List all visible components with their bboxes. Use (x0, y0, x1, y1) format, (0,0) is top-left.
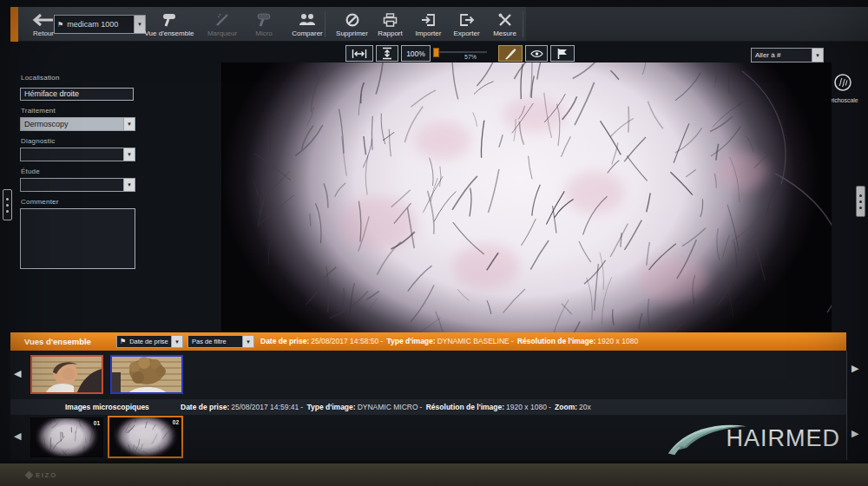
app-window: Retour ⚑ medicam 1000 ▼ Vue d'ensemble (0, 0, 868, 486)
flag-tool-button[interactable] (550, 45, 575, 62)
zoom-slider-track[interactable] (435, 51, 487, 54)
sort-dropdown-arrow-icon[interactable]: ▼ (171, 336, 182, 347)
device-dropdown[interactable]: ⚑ medicam 1000 ▼ (54, 15, 146, 34)
delete-icon (345, 12, 359, 28)
etude-label: Étude (21, 167, 135, 175)
overview-section-bar: Vues d'ensemble ⚑ Date de prise ▼ Pas de… (10, 332, 846, 351)
micro-prev-arrow[interactable]: ◀ (14, 431, 21, 441)
zoom-100-button[interactable]: 100% (401, 45, 431, 62)
measure-button[interactable]: Mesure (486, 9, 523, 40)
measure-label: Mesure (493, 30, 516, 37)
import-label: Importer (416, 30, 442, 37)
goto-image-dropdown[interactable]: Aller à # ▼ (751, 48, 824, 62)
accent-bar (10, 7, 18, 42)
filter-dropdown[interactable]: Pas de filtre ▼ (187, 335, 254, 348)
overview-prev-arrow[interactable]: ◀ (14, 369, 21, 378)
traitement-label: Traitement (21, 107, 135, 115)
sort-flag-icon: ⚑ (117, 338, 126, 345)
export-button[interactable]: Exporter (448, 9, 485, 40)
micro-thumb-hairs-1 (31, 418, 102, 456)
zoom-slider-handle[interactable] (433, 48, 439, 57)
device-flag-icon: ⚑ (55, 21, 63, 29)
marker-module-button[interactable]: Marqueur (201, 9, 243, 40)
zoom-slider[interactable]: 57% (433, 45, 489, 62)
overview-image-info: Date de prise:25/08/2017 14:58:50- Type … (260, 337, 640, 345)
visibility-button[interactable] (525, 45, 548, 62)
filter-dropdown-value: Pas de filtre (188, 338, 242, 345)
micro-next-arrow[interactable]: ▶ (852, 429, 858, 438)
micro-image-info: Date de prise:25/08/2017 14:59:41- Type … (181, 403, 593, 411)
traitement-arrow-icon[interactable]: ▼ (123, 118, 135, 130)
action-buttons: Supprimer Rapport Importer (333, 9, 523, 40)
diagnostic-select[interactable]: ▼ (20, 148, 135, 161)
report-button[interactable]: Rapport (372, 9, 409, 40)
delete-button[interactable]: Supprimer (333, 9, 371, 40)
hairmed-logo-text: HAIRMED (726, 425, 840, 452)
goto-dropdown-arrow-icon[interactable]: ▼ (812, 49, 823, 62)
overview-thumbnail-strip: ◀ (10, 351, 846, 399)
fit-width-button[interactable] (345, 45, 373, 62)
overview-next-arrow[interactable]: ▶ (852, 364, 858, 373)
etude-select[interactable]: ▼ (20, 178, 135, 192)
right-panel-handle[interactable] (856, 186, 865, 217)
flag-icon (556, 48, 569, 60)
overview-thumbnail-2[interactable] (110, 355, 183, 394)
micro-thumbnail-1[interactable]: 01 (30, 417, 103, 457)
microscope-image-canvas[interactable] (221, 62, 832, 332)
eye-icon (530, 49, 543, 58)
overview-thumbnail-1[interactable] (30, 355, 103, 394)
hairmed-logo: HAIRMED (667, 417, 840, 459)
overview-section-title: Vues d'ensemble (24, 337, 91, 346)
etude-arrow-icon[interactable]: ▼ (123, 179, 135, 191)
commenter-textarea[interactable] (20, 208, 135, 269)
compare-people-icon (299, 12, 316, 28)
fit-height-icon (382, 47, 392, 60)
trichoscale-icon (833, 73, 852, 92)
sort-dropdown-value: Date de prise (126, 338, 171, 345)
micro-thumbnail-2-number: 02 (173, 419, 179, 425)
micro-module-button[interactable]: Micro (247, 9, 281, 40)
sort-dropdown[interactable]: ⚑ Date de prise ▼ (116, 335, 183, 348)
localisation-input[interactable] (20, 88, 134, 101)
view-controls: 100% 57% (345, 44, 575, 62)
back-label: Retour (33, 30, 54, 37)
micro-module-label: Micro (255, 30, 273, 37)
monitor-bezel: EIZO (0, 462, 868, 486)
traitement-value: Dermoscopy (21, 120, 123, 128)
micro-section-bar: Images microscopiques Date de prise:25/0… (10, 399, 846, 415)
micro-thumbnail-2[interactable]: 02 (108, 416, 183, 458)
filter-dropdown-arrow-icon[interactable]: ▼ (242, 336, 253, 347)
goto-dropdown-value: Aller à # (752, 51, 812, 59)
traitement-select[interactable]: Dermoscopy ▼ (20, 117, 135, 131)
import-button[interactable]: Importer (410, 9, 447, 40)
toolbar-separator (325, 11, 326, 37)
printer-icon (383, 12, 398, 28)
eizo-diamond-icon (25, 471, 34, 480)
module-buttons: Vue d'ensemble Marqueur Micro (141, 9, 330, 40)
hair-strands-overlay (221, 62, 832, 332)
delete-label: Supprimer (336, 30, 368, 37)
diagnostic-arrow-icon[interactable]: ▼ (123, 148, 135, 161)
diagnostic-label: Diagnostic (21, 137, 135, 145)
import-icon (421, 12, 436, 28)
patient-form: Localisation Traitement Dermoscopy ▼ Dia… (20, 68, 135, 273)
annotate-brush-button[interactable] (498, 45, 523, 62)
micro-thumb-hairs-2 (109, 417, 181, 456)
compare-button[interactable]: Comparer (285, 9, 330, 40)
screen-background: Retour ⚑ medicam 1000 ▼ Vue d'ensemble (0, 0, 868, 462)
marker-module-label: Marqueur (207, 30, 237, 37)
dermatoscope-icon (161, 12, 177, 28)
device-dropdown-value: medicam 1000 (63, 20, 134, 29)
left-panel-handle[interactable] (3, 189, 12, 220)
face-photo-1 (32, 357, 102, 392)
eizo-brand-text: EIZO (36, 471, 57, 479)
toolbar-empty-area (526, 7, 868, 41)
overview-module-label: Vue d'ensemble (145, 30, 194, 37)
face-photo-2 (112, 357, 181, 392)
fit-height-button[interactable] (376, 45, 398, 62)
micro-section-title: Images microscopiques (65, 403, 149, 411)
overview-module-button[interactable]: Vue d'ensemble (141, 9, 198, 40)
report-label: Rapport (378, 30, 402, 37)
marker-pen-icon (215, 12, 229, 28)
commenter-label: Commenter (21, 198, 135, 206)
